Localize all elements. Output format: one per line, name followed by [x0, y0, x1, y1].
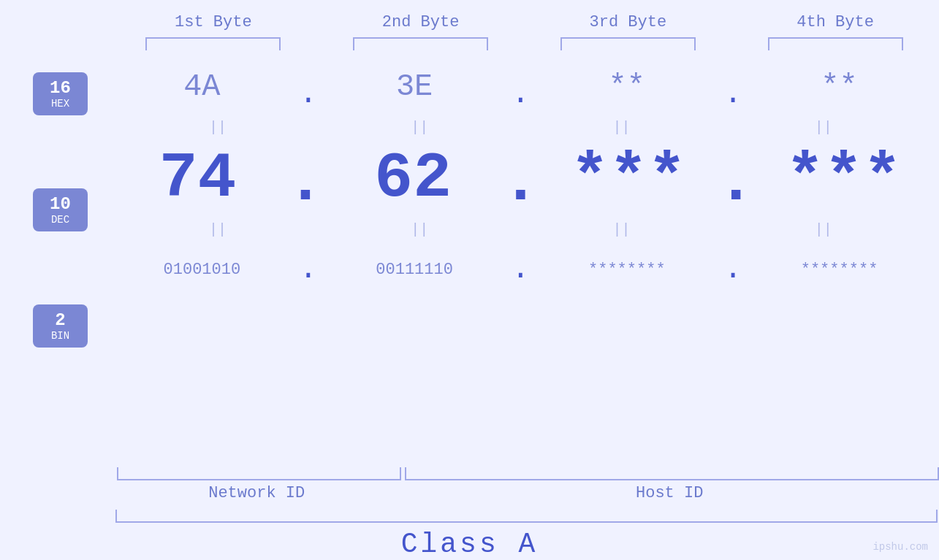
dec-value-2: 62 — [374, 142, 452, 215]
dec-dot-2: . — [501, 150, 540, 218]
eq-1-2: || — [346, 119, 493, 136]
hex-value-4: ** — [821, 69, 857, 104]
byte-label-1: 1st Byte — [140, 13, 286, 31]
hex-badge: 16 HEX — [33, 72, 88, 115]
hex-value-3: ** — [609, 69, 645, 104]
network-id-label: Network ID — [113, 484, 400, 502]
eq-1-1: || — [145, 119, 291, 136]
content-area: 16 HEX 10 DEC 2 BIN 4A . 3E — [0, 50, 939, 467]
watermark: ipshu.com — [873, 541, 928, 553]
dec-badge: 10 DEC — [33, 188, 88, 231]
eq-2-4: || — [750, 221, 897, 238]
bracket-network — [117, 467, 401, 480]
bracket-top-row — [0, 37, 939, 50]
hex-number: 16 — [40, 78, 80, 98]
dec-dot-3: . — [717, 150, 756, 218]
dec-cell-4: *** — [771, 142, 917, 215]
host-id-label: Host ID — [400, 484, 939, 502]
dec-value-3: *** — [571, 142, 686, 215]
hex-value-1: 4A — [183, 69, 220, 104]
id-labels-row: Network ID Host ID — [0, 484, 939, 502]
bin-dot-2: . — [512, 252, 530, 287]
bin-row: 01001010 . 00111110 . ******** . *******… — [102, 240, 939, 299]
dec-cell-1: 74 — [124, 142, 270, 215]
bracket-top-2 — [353, 37, 488, 50]
bin-value-1: 01001010 — [164, 261, 241, 279]
dec-row: 74 . 62 . *** . *** — [102, 138, 939, 218]
eq-2-3: || — [549, 221, 695, 238]
bin-name: BIN — [40, 330, 80, 342]
dec-value-1: 74 — [159, 142, 237, 215]
eq-1-4: || — [750, 119, 897, 136]
dec-name: DEC — [40, 214, 80, 226]
hex-cell-3: ** — [554, 69, 700, 104]
dec-value-4: *** — [786, 142, 901, 215]
hex-dot-2: . — [512, 77, 530, 112]
hex-name: HEX — [40, 98, 80, 110]
bracket-top-4 — [768, 37, 903, 50]
bottom-brackets-container — [0, 467, 939, 480]
bin-value-3: ******** — [588, 261, 666, 279]
hex-dot-1: . — [299, 77, 317, 112]
dec-number: 10 — [40, 194, 80, 214]
eq-2-1: || — [145, 221, 291, 238]
byte-label-3: 3rd Byte — [555, 13, 701, 31]
class-label-row: Class A — [0, 529, 939, 560]
byte-label-4: 4th Byte — [762, 13, 908, 31]
bin-cell-2: 00111110 — [341, 261, 487, 279]
bin-value-2: 00111110 — [376, 261, 453, 279]
left-labels: 16 HEX 10 DEC 2 BIN — [0, 50, 102, 348]
bin-cell-3: ******** — [554, 261, 700, 279]
byte-label-2: 2nd Byte — [348, 13, 494, 31]
bin-value-4: ******** — [801, 261, 878, 279]
bin-cell-4: ******** — [767, 261, 913, 279]
main-container: 1st Byte 2nd Byte 3rd Byte 4th Byte 16 H… — [0, 0, 939, 560]
hex-cell-2: 3E — [341, 69, 487, 104]
bracket-host — [405, 467, 939, 480]
bracket-top-1 — [145, 37, 281, 50]
equals-row-1: || || || || — [102, 116, 939, 138]
hex-value-2: 3E — [396, 69, 433, 104]
hex-cell-1: 4A — [129, 69, 275, 104]
class-bracket — [115, 510, 938, 523]
eq-1-3: || — [549, 119, 695, 136]
bin-dot-1: . — [299, 252, 317, 287]
hex-dot-3: . — [724, 77, 742, 112]
equals-row-2: || || || || — [102, 218, 939, 240]
dec-cell-2: 62 — [340, 142, 486, 215]
eq-2-2: || — [346, 221, 493, 238]
data-grid: 4A . 3E . ** . ** || || || || — [102, 50, 939, 299]
bin-cell-1: 01001010 — [129, 261, 275, 279]
class-a-label: Class A — [401, 529, 539, 560]
bin-number: 2 — [40, 310, 80, 330]
hex-row: 4A . 3E . ** . ** — [102, 58, 939, 116]
bin-badge: 2 BIN — [33, 304, 88, 348]
dec-cell-3: *** — [555, 142, 702, 215]
byte-labels-row: 1st Byte 2nd Byte 3rd Byte 4th Byte — [0, 0, 939, 31]
bracket-top-3 — [560, 37, 696, 50]
hex-cell-4: ** — [767, 69, 913, 104]
dec-dot-1: . — [286, 150, 324, 218]
bin-dot-3: . — [724, 252, 742, 287]
